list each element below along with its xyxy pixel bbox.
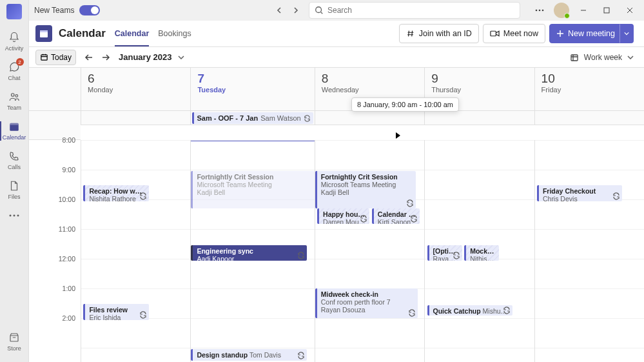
rail-activity[interactable]: Activity	[0, 27, 29, 57]
tab-bookings[interactable]: Bookings	[158, 21, 191, 46]
search-bar[interactable]	[309, 2, 520, 19]
rail-teams[interactable]: Team	[0, 86, 29, 116]
event-sub: Nishita Rathore	[89, 195, 145, 201]
event-sub: Nithish Dh...	[470, 255, 495, 261]
rail-label: Calls	[8, 164, 21, 170]
event-sub: Chris Devis	[543, 195, 618, 201]
join-with-id-button[interactable]: Join with an ID	[399, 24, 479, 43]
month-dropdown[interactable]	[178, 55, 184, 59]
recur-icon	[139, 192, 147, 200]
svg-point-1	[15, 95, 18, 97]
calendar-event[interactable]: Friday CheckoutChris Devis	[537, 185, 622, 201]
maximize-button[interactable]	[598, 3, 616, 18]
calendar-event[interactable]: Fortnightly Crit SessionMicrosoft Teams …	[315, 171, 416, 208]
event-sub: Microsoft Teams Meeting	[197, 181, 310, 188]
calendar-event[interactable]: Files reviewEric Ishida	[83, 304, 149, 320]
next-week-button[interactable]	[99, 51, 112, 64]
event-title: Quick Catchup	[433, 307, 481, 315]
today-button[interactable]: Today	[35, 50, 76, 65]
event-title: Files review	[89, 306, 145, 314]
calendar-event[interactable]: Quick Catchup Mishu...	[427, 305, 512, 316]
page-title: Calendar	[59, 27, 106, 40]
calendar-event[interactable]: Design standup Tom Davis	[191, 349, 307, 361]
event-title: Midweek check-in	[321, 290, 414, 298]
calendar-event[interactable]: Midweek check-inConf room perth floor 7R…	[315, 288, 418, 318]
new-teams-label: New Teams	[34, 6, 74, 15]
forward-button[interactable]	[288, 3, 304, 18]
day-col-wed[interactable]: Fortnightly Crit SessionMicrosoft Teams …	[315, 140, 424, 362]
rail-files[interactable]: Files	[0, 176, 29, 205]
overflow-button[interactable]	[531, 3, 549, 18]
rail-label: Team	[7, 105, 21, 111]
video-icon	[490, 30, 500, 37]
user-avatar[interactable]	[554, 3, 569, 18]
svg-rect-15	[491, 31, 496, 36]
calendar-event[interactable]: Recap: How we grow - IINishita Rathore	[83, 185, 149, 201]
new-meeting-button[interactable]: New meeting	[549, 24, 622, 43]
svg-point-4	[10, 215, 12, 217]
event-sub2: Kadji Bell	[321, 188, 412, 196]
svg-point-8	[316, 7, 322, 13]
event-title: Friday Checkout	[543, 187, 618, 195]
rail-label: Activity	[5, 45, 24, 52]
prev-week-button[interactable]	[83, 51, 95, 64]
calendar-event[interactable]: [Optional]...Rayan ...	[427, 245, 462, 261]
teams-logo	[6, 4, 22, 19]
rail-calendar[interactable]: Calendar	[0, 116, 29, 146]
hour-label: 10:00	[29, 196, 81, 225]
rail-store[interactable]: Store	[0, 327, 29, 357]
calendar-event[interactable]: Calendar SyncKirti Sanon	[372, 208, 420, 224]
event-sub2: Rayan Dsouza	[321, 306, 414, 314]
search-icon	[315, 6, 324, 15]
day-header-fri[interactable]: 10 Friday	[534, 68, 644, 111]
recur-icon	[408, 309, 416, 317]
svg-point-11	[542, 10, 544, 12]
minimize-button[interactable]	[574, 3, 592, 18]
day-col-fri[interactable]: Friday CheckoutChris Devis	[534, 140, 644, 362]
day-col-tue[interactable]: Fortnightly Crit SessionMicrosoft Teams …	[190, 140, 314, 362]
rail-calls[interactable]: Calls	[0, 146, 29, 176]
tab-calendar[interactable]: Calendar	[115, 21, 150, 46]
event-sub: Tom Davis	[249, 351, 281, 359]
new-teams-toggle[interactable]	[79, 5, 100, 15]
month-label: January 2023	[119, 52, 171, 62]
search-input[interactable]	[327, 6, 514, 15]
phone-icon	[8, 150, 21, 163]
calendar-event[interactable]: Happy hours - on callDarren Mouton	[317, 208, 369, 224]
hour-label: 11:00	[29, 225, 81, 255]
rail-label: Chat	[8, 75, 20, 81]
recur-icon	[360, 215, 367, 223]
rail-chat[interactable]: 2 Chat	[0, 57, 29, 86]
day-header-tue[interactable]: 7 Tuesday	[190, 68, 314, 111]
day-col-thu[interactable]: [Optional]...Rayan ...Mock Revi...Nithis…	[424, 140, 534, 362]
calendar-event[interactable]: Engineering syncAadi Kapoor	[191, 245, 307, 261]
event-title: Engineering sync	[197, 247, 303, 255]
mouse-cursor	[396, 132, 400, 139]
hour-label: 9:00	[29, 166, 81, 196]
calendar-event[interactable]: Mock Revi...Nithish Dh...	[464, 245, 499, 261]
svg-point-6	[17, 215, 19, 217]
event-sub2: Kadji Bell	[197, 188, 310, 196]
new-meeting-dropdown[interactable]	[620, 24, 634, 43]
recur-icon	[406, 199, 414, 207]
main: New Teams	[29, 0, 644, 362]
svg-rect-3	[10, 123, 19, 125]
close-button[interactable]	[621, 3, 639, 18]
day-col-mon[interactable]: Recap: How we grow - IINishita RathoreFi…	[81, 140, 190, 362]
meet-now-button[interactable]: Meet now	[483, 24, 545, 43]
chevron-down-icon	[624, 32, 629, 35]
back-button[interactable]	[271, 3, 287, 18]
allday-event[interactable]: Sam - OOF - 7 Jan Sam Watson	[192, 112, 313, 124]
hour-label: 12:00	[29, 255, 81, 285]
recur-icon	[297, 252, 305, 259]
rail-more[interactable]	[0, 205, 29, 228]
calendar-event[interactable]: Fortnightly Crit SessionMicrosoft Teams …	[191, 171, 314, 208]
event-title: Mock Revi...	[470, 247, 495, 255]
app-rail: Activity 2 Chat Team Calendar Calls File…	[0, 0, 29, 362]
file-icon	[8, 179, 21, 192]
recur-icon	[503, 307, 511, 314]
view-dropdown[interactable]	[627, 55, 634, 59]
day-header-mon[interactable]: 6 Monday	[81, 68, 190, 111]
event-sub: Conf room perth floor 7	[321, 298, 414, 306]
calendar-app-icon	[35, 25, 52, 42]
